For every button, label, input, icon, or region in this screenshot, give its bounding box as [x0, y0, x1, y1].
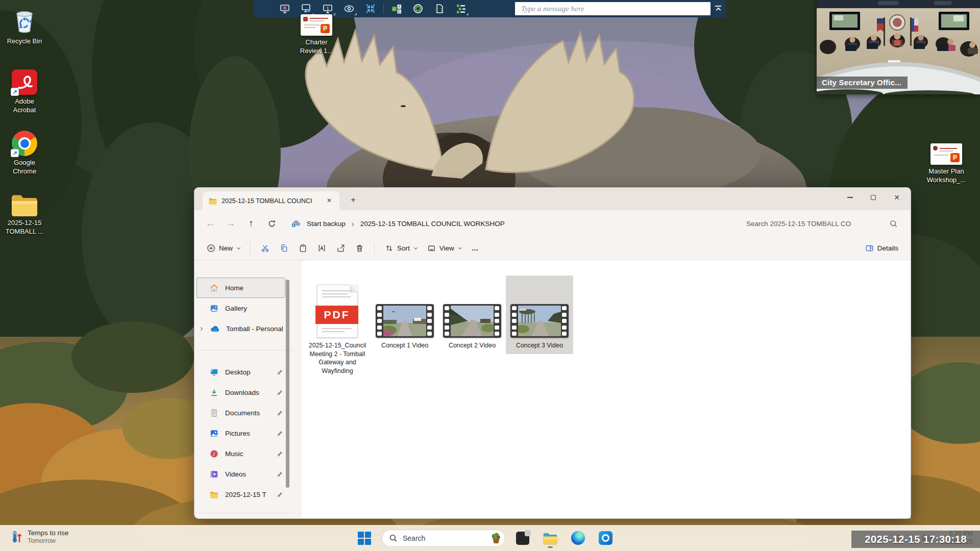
desktop-icon-charter-review[interactable]: P Charter Review 1...: [292, 14, 341, 56]
copy-button[interactable]: [276, 241, 292, 256]
taskbar-edge[interactable]: [568, 528, 588, 548]
forward-button[interactable]: →: [222, 215, 239, 232]
desktop-icon-label: Adobe Acrobat: [7, 97, 42, 115]
sidebar-item-label: Desktop: [225, 368, 270, 376]
sidebar-item-home[interactable]: Home: [197, 278, 285, 298]
explorer-tab[interactable]: 2025-12-15 TOMBALL COUNCI ✕: [203, 191, 339, 210]
details-button[interactable]: Details: [861, 241, 902, 256]
breadcrumb-current[interactable]: 2025-12-15 TOMBALL COUNCIL WORKSHOP: [359, 218, 506, 230]
new-button[interactable]: New: [203, 241, 244, 256]
onedrive-icon: [210, 325, 219, 333]
sidebar-item-label: Tomball - Personal: [226, 325, 283, 333]
app-window-icon: [516, 532, 529, 545]
weather-subtext: Tomorrow: [28, 537, 68, 544]
pictures-icon: [210, 429, 218, 438]
taskbar-weather-widget[interactable]: Temps to rise Tomorrow: [7, 528, 72, 546]
taskbar-file-explorer[interactable]: [540, 528, 560, 548]
desktop-icon-recycle-bin[interactable]: Recycle Bin: [0, 8, 49, 46]
svg-text:A: A: [398, 5, 401, 8]
onedrive-backup-icon: [290, 219, 301, 228]
stop-screen-share-icon[interactable]: [277, 2, 292, 16]
file-item-concept2[interactable]: Concept 2 Video: [438, 276, 506, 354]
back-button[interactable]: ←: [202, 215, 219, 232]
folder-icon: [210, 491, 218, 498]
monitor-1-icon[interactable]: 1: [320, 2, 335, 16]
timestamp-text: 2025-12-15 17:30:18: [865, 533, 967, 545]
start-button[interactable]: [354, 528, 375, 548]
share-button[interactable]: [332, 241, 349, 256]
file-explorer-window: 2025-12-15 TOMBALL COUNCI ✕ + ✕ ← → ↑ St…: [194, 187, 911, 519]
desktop-icon-google-chrome[interactable]: ↗ Google Chrome: [0, 131, 49, 176]
sidebar-scrollbar[interactable]: [286, 280, 289, 488]
desktop-icon-tomball-folder[interactable]: 2025-12-15 TOMBALL ...: [0, 193, 49, 236]
taskbar-app-snip[interactable]: [512, 528, 533, 548]
cut-icon: [261, 244, 270, 253]
svg-text:1: 1: [327, 6, 329, 11]
up-button[interactable]: ↑: [242, 215, 260, 232]
paste-button[interactable]: [295, 241, 311, 256]
svg-text:♪: ♪: [212, 450, 215, 456]
share-icon: [336, 244, 345, 253]
timestamp-overlay: 2025-12-15 17:30:18: [851, 531, 980, 548]
sidebar-item-label: Music: [225, 450, 270, 458]
search-icon: [389, 534, 398, 542]
pin-icon: [277, 389, 283, 396]
window-close-button[interactable]: ✕: [885, 189, 909, 206]
collapse-icon[interactable]: [363, 2, 378, 16]
file-item-pdf[interactable]: PDF 2025-12-15_Council Meeting 2 - Tomba…: [304, 276, 371, 379]
window-maximize-button[interactable]: [862, 189, 885, 206]
desktop-icon-label: Charter Review 1...: [297, 38, 336, 56]
webcam-feed[interactable]: City Secretary Offic...: [817, 0, 980, 94]
pdf-badge: PDF: [315, 306, 358, 324]
outlook-icon: [599, 531, 612, 545]
view-button[interactable]: View: [423, 241, 465, 256]
new-tab-button[interactable]: +: [347, 194, 360, 207]
tab-title: 2025-12-15 TOMBALL COUNCI: [222, 197, 320, 205]
details-pane-icon: [865, 244, 874, 253]
file-name: Concept 2 Video: [442, 341, 503, 350]
agenda-icon[interactable]: [453, 2, 469, 16]
folder-icon: [10, 193, 39, 216]
video-thumbnail: [376, 304, 434, 338]
expand-chevron-icon[interactable]: [199, 327, 203, 330]
file-name: Concept 3 Video: [509, 341, 570, 350]
desktop-icon-adobe-acrobat[interactable]: ↗ Adobe Acrobat: [0, 69, 49, 115]
control-bar-collapse[interactable]: [710, 0, 726, 17]
paste-icon: [299, 244, 307, 253]
file-name: 2025-12-15_Council Meeting 2 - Tomball G…: [307, 341, 368, 375]
pdf-file-icon: PDF: [317, 285, 358, 338]
more-options-button[interactable]: …: [468, 241, 483, 255]
message-input[interactable]: [515, 2, 710, 15]
pin-icon: [277, 491, 283, 498]
breadcrumb-root[interactable]: Start backup: [306, 218, 347, 230]
eye-icon[interactable]: [341, 2, 357, 16]
tab-close-icon[interactable]: ✕: [324, 196, 334, 206]
sidebar-item-label: Downloads: [225, 389, 270, 396]
taskbar-search[interactable]: Search: [382, 530, 505, 547]
toolbar-divider: [250, 242, 251, 255]
refresh-button[interactable]: [263, 215, 280, 232]
taskbar-outlook[interactable]: [595, 528, 616, 548]
chevron-up-icon: [716, 8, 721, 13]
window-minimize-button[interactable]: [838, 189, 862, 206]
file-transfer-icon[interactable]: [432, 2, 447, 16]
video-thumbnail: [443, 304, 501, 338]
delete-button[interactable]: [351, 241, 368, 256]
rename-button[interactable]: [313, 241, 330, 256]
record-icon[interactable]: [410, 2, 426, 16]
running-app-indicator: [548, 546, 553, 548]
webcam-participant-label: City Secretary Offic...: [817, 77, 908, 89]
cut-button[interactable]: [257, 241, 274, 256]
screen-share-icon[interactable]: [299, 2, 314, 16]
desktop-icon-label: Recycle Bin: [7, 37, 42, 46]
explorer-tab-strip: 2025-12-15 TOMBALL COUNCI ✕ + ✕: [194, 188, 911, 210]
file-item-concept3-selected[interactable]: Concept 3 Video: [506, 276, 573, 354]
sidebar-item-tomball-folder[interactable]: 2025-12-15 T: [194, 484, 302, 505]
explorer-search-box[interactable]: Search 2025-12-15 TOMBALL CO: [742, 217, 901, 231]
search-icon: [890, 220, 897, 228]
file-item-concept1[interactable]: Concept 1 Video: [371, 276, 438, 354]
desktop-icon-master-plan[interactable]: P Master Plan Workshop_...: [922, 143, 971, 185]
caption-icon[interactable]: CAD: [389, 2, 404, 16]
sort-button[interactable]: Sort: [381, 241, 421, 256]
explorer-file-area[interactable]: PDF 2025-12-15_Council Meeting 2 - Tomba…: [302, 260, 911, 518]
